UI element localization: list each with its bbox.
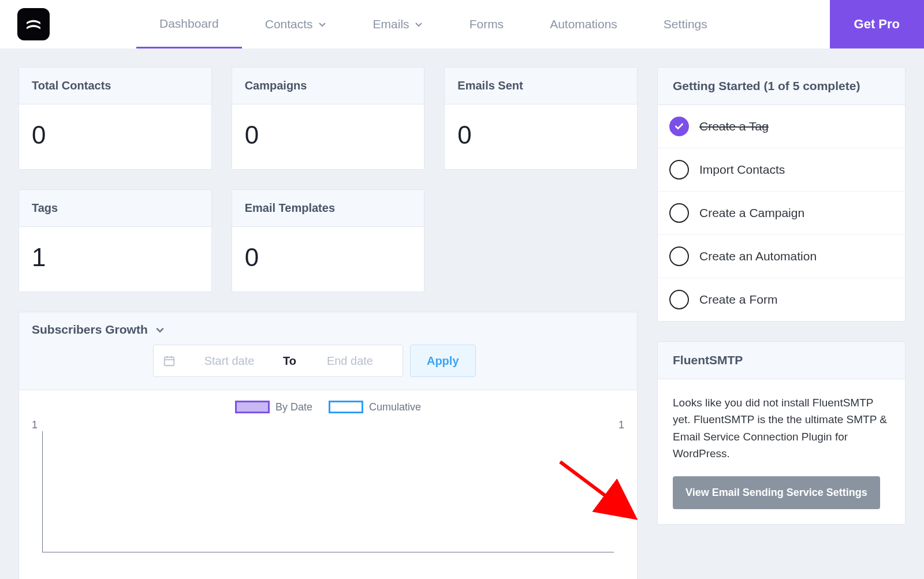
stats-grid: Total Contacts 0 Campaigns 0 Emails Sent… bbox=[18, 67, 638, 292]
swatch-icon bbox=[235, 401, 270, 413]
right-column: Getting Started (1 of 5 complete) Create… bbox=[657, 67, 906, 579]
stat-label: Campaigns bbox=[232, 68, 424, 104]
get-pro-button[interactable]: Get Pro bbox=[830, 0, 924, 48]
app-logo bbox=[17, 8, 50, 40]
nav-automations[interactable]: Automations bbox=[527, 0, 640, 48]
start-date-field[interactable]: Start date bbox=[186, 354, 273, 368]
calendar-icon bbox=[163, 354, 176, 367]
stat-value: 0 bbox=[19, 104, 211, 169]
y-right-tick: 1 bbox=[619, 419, 624, 431]
main-nav: Dashboard Contacts Emails Forms Automati… bbox=[136, 0, 731, 48]
nav-dashboard[interactable]: Dashboard bbox=[136, 0, 242, 48]
chart-axis-labels: 1 1 bbox=[32, 419, 624, 431]
chart-title: Subscribers Growth bbox=[32, 323, 148, 337]
stat-value: 0 bbox=[232, 104, 424, 169]
nav-forms[interactable]: Forms bbox=[446, 0, 527, 48]
stat-campaigns[interactable]: Campaigns 0 bbox=[232, 67, 425, 170]
getting-started-panel: Getting Started (1 of 5 complete) Create… bbox=[657, 67, 906, 322]
getting-started-title: Getting Started (1 of 5 complete) bbox=[658, 68, 905, 105]
circle-icon bbox=[669, 290, 689, 309]
stat-label: Tags bbox=[19, 190, 211, 227]
nav-settings[interactable]: Settings bbox=[640, 0, 731, 48]
date-range-picker[interactable]: Start date To End date bbox=[153, 345, 403, 377]
top-bar: Dashboard Contacts Emails Forms Automati… bbox=[0, 0, 924, 48]
swatch-icon bbox=[329, 401, 363, 413]
stat-emails-sent[interactable]: Emails Sent 0 bbox=[444, 67, 638, 170]
legend-label: By Date bbox=[275, 401, 312, 413]
apply-button[interactable]: Apply bbox=[410, 345, 476, 377]
stat-value: 0 bbox=[232, 227, 424, 292]
nav-emails[interactable]: Emails bbox=[350, 0, 446, 48]
end-date-field[interactable]: End date bbox=[307, 354, 393, 368]
chevron-down-icon bbox=[414, 20, 423, 29]
chart-plot-area bbox=[42, 431, 614, 552]
chevron-down-icon[interactable] bbox=[155, 324, 165, 335]
stat-label: Total Contacts bbox=[19, 68, 211, 104]
left-column: Total Contacts 0 Campaigns 0 Emails Sent… bbox=[18, 67, 638, 579]
date-to-label: To bbox=[283, 354, 296, 368]
legend-by-date[interactable]: By Date bbox=[235, 401, 312, 413]
step-label: Import Contacts bbox=[699, 163, 785, 177]
nav-contacts[interactable]: Contacts bbox=[242, 0, 350, 48]
stat-value: 1 bbox=[19, 227, 211, 292]
step-create-campaign[interactable]: Create a Campaign bbox=[658, 192, 905, 235]
step-label: Create an Automation bbox=[699, 249, 817, 263]
view-smtp-settings-button[interactable]: View Email Sending Service Settings bbox=[673, 476, 880, 509]
fluentsmtp-text: Looks like you did not install FluentSMT… bbox=[673, 394, 890, 462]
circle-icon bbox=[669, 203, 689, 223]
svg-rect-0 bbox=[165, 357, 174, 366]
step-label: Create a Tag bbox=[699, 119, 769, 133]
chart-legend: By Date Cumulative bbox=[32, 401, 624, 413]
chart-header: Subscribers Growth Start date To End dat… bbox=[19, 312, 637, 390]
step-label: Create a Form bbox=[699, 293, 777, 307]
fluentsmtp-title: FluentSMTP bbox=[658, 342, 905, 379]
circle-icon bbox=[669, 246, 689, 266]
step-import-contacts[interactable]: Import Contacts bbox=[658, 148, 905, 192]
step-label: Create a Campaign bbox=[699, 206, 804, 220]
fluentsmtp-panel: FluentSMTP Looks like you did not instal… bbox=[657, 341, 906, 525]
legend-label: Cumulative bbox=[369, 401, 421, 413]
main-area: Total Contacts 0 Campaigns 0 Emails Sent… bbox=[0, 48, 924, 579]
subscribers-growth-card: Subscribers Growth Start date To End dat… bbox=[18, 312, 638, 579]
circle-icon bbox=[669, 160, 689, 180]
chevron-down-icon bbox=[318, 20, 327, 29]
y-left-tick: 1 bbox=[32, 419, 38, 431]
stat-label: Email Templates bbox=[232, 190, 424, 227]
step-create-tag[interactable]: Create a Tag bbox=[658, 105, 905, 148]
fluent-logo-icon bbox=[24, 14, 43, 34]
legend-cumulative[interactable]: Cumulative bbox=[329, 401, 421, 413]
stat-tags[interactable]: Tags 1 bbox=[18, 189, 212, 292]
stat-label: Emails Sent bbox=[445, 68, 637, 104]
stat-value: 0 bbox=[445, 104, 637, 169]
stat-email-templates[interactable]: Email Templates 0 bbox=[232, 189, 425, 292]
step-create-automation[interactable]: Create an Automation bbox=[658, 235, 905, 278]
checkmark-icon bbox=[669, 117, 689, 136]
chart-body: By Date Cumulative 1 1 bbox=[19, 390, 637, 579]
fluentsmtp-body: Looks like you did not install FluentSMT… bbox=[658, 379, 905, 524]
stat-total-contacts[interactable]: Total Contacts 0 bbox=[18, 67, 212, 170]
step-create-form[interactable]: Create a Form bbox=[658, 278, 905, 321]
